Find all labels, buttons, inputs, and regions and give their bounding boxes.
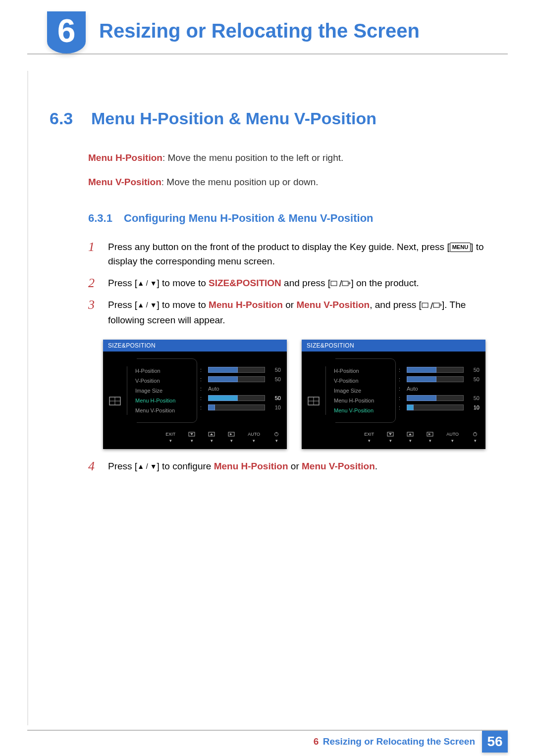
s3-or: or — [283, 300, 296, 310]
step-3-text: Press [▲ / ▼] to move to Menu H-Position… — [108, 298, 485, 327]
s2-post2: and press [ — [281, 278, 330, 288]
val-size: Auto — [208, 386, 265, 392]
svg-marker-10 — [210, 433, 213, 435]
svg-marker-8 — [190, 433, 193, 435]
s2-target: SIZE&POSITION — [209, 278, 281, 288]
s3-mid: ] to move to — [157, 300, 209, 310]
chapter-badge: 6 — [47, 11, 86, 53]
osd-item-mh: Menu H-Position — [127, 396, 197, 405]
osd-header: SIZE&POSITION — [103, 340, 287, 352]
s3-pre: Press [ — [108, 300, 137, 310]
enter-source-icon: / — [330, 276, 351, 291]
svg-marker-21 — [409, 433, 412, 435]
osd-category-icon — [109, 358, 124, 423]
s2-pre: Press [ — [108, 278, 137, 288]
osd-btn-up: ▾ — [208, 432, 215, 443]
osd-menu-list: H-Position V-Position Image Size Menu H-… — [127, 358, 197, 423]
term-h: Menu H-Position — [88, 152, 162, 163]
def-h-text: : Move the menu position to the left or … — [162, 152, 343, 163]
svg-marker-19 — [389, 433, 392, 435]
osd-btn-exit: EXIT▾ — [165, 432, 175, 443]
step-1-text: Press any button on the front of the pro… — [108, 240, 485, 269]
val-mh: 50 — [269, 395, 281, 401]
osd-screenshots: SIZE&POSITION H-Position V-Position Imag… — [103, 340, 485, 449]
val-size: Auto — [407, 386, 464, 392]
val-mv: 10 — [269, 404, 281, 410]
content-area: 6.3 Menu H-Position & Menu V-Position Me… — [0, 54, 535, 474]
osd-button-row: EXIT▾ ▾ ▾ ▾ AUTO▾ ▾ — [302, 427, 485, 445]
step-1: 1 Press any button on the front of the p… — [88, 240, 485, 269]
section-number: 6.3 — [50, 109, 79, 128]
step-4: 4 Press [▲ / ▼] to configure Menu H-Posi… — [88, 459, 485, 474]
definition-h: Menu H-Position: Move the menu position … — [88, 151, 485, 165]
subsection-title: Configuring Menu H-Position & Menu V-Pos… — [124, 212, 374, 225]
osd-btn-power: ▾ — [273, 432, 280, 443]
s4-target-h: Menu H-Position — [214, 461, 288, 471]
section-title: Menu H-Position & Menu V-Position — [91, 109, 376, 128]
s4-or: or — [288, 461, 302, 471]
osd-right: SIZE&POSITION H-Position V-Position Imag… — [302, 340, 485, 449]
step-4-text: Press [▲ / ▼] to configure Menu H-Positi… — [108, 459, 485, 473]
def-v-text: : Move the menu position up or down. — [161, 177, 319, 187]
s3-post2: , and press [ — [370, 300, 422, 310]
svg-rect-3 — [433, 303, 439, 307]
val-mh: 50 — [468, 395, 480, 401]
osd-item-h: H-Position — [326, 366, 395, 376]
osd-btn-power: ▾ — [472, 432, 479, 443]
svg-rect-2 — [422, 303, 428, 307]
s4-mid: ] to configure — [157, 461, 214, 471]
step-2: 2 Press [▲ / ▼] to move to SIZE&POSITION… — [88, 276, 485, 291]
osd-item-h: H-Position — [127, 366, 197, 376]
section-heading: 6.3 Menu H-Position & Menu V-Position — [50, 109, 485, 128]
osd-item-v: V-Position — [127, 376, 197, 386]
step-2-text: Press [▲ / ▼] to move to SIZE&POSITION a… — [108, 276, 485, 291]
val-v: 50 — [468, 376, 480, 382]
svg-marker-23 — [428, 433, 431, 435]
osd-item-size: Image Size — [127, 386, 197, 396]
osd-values: :50 :50 :Auto :50 :10 — [399, 358, 480, 423]
osd-btn-up: ▾ — [407, 432, 414, 443]
osd-btn-down: ▾ — [387, 432, 394, 443]
svg-rect-1 — [342, 281, 348, 286]
enter-source-icon: / — [422, 299, 442, 313]
s2-end: ] on the product. — [351, 278, 419, 288]
osd-item-mh: Menu H-Position — [326, 396, 395, 405]
osd-btn-down: ▾ — [188, 432, 195, 443]
osd-item-mv: Menu V-Position — [326, 405, 395, 415]
svg-rect-0 — [331, 281, 337, 286]
osd-item-mv: Menu V-Position — [127, 405, 197, 415]
step-2-num: 2 — [88, 276, 97, 291]
footer: 6 Resizing or Relocating the Screen 56 — [27, 730, 508, 753]
osd-item-size: Image Size — [326, 386, 395, 396]
osd-button-row: EXIT▾ ▾ ▾ ▾ AUTO▾ ▾ — [103, 427, 287, 445]
s2-mid: ] to move to — [157, 278, 209, 288]
osd-btn-right: ▾ — [427, 432, 433, 443]
osd-btn-exit: EXIT▾ — [364, 432, 374, 443]
osd-btn-right: ▾ — [228, 432, 235, 443]
page: 6 Resizing or Relocating the Screen 6.3 … — [0, 14, 535, 756]
step-1-num: 1 — [88, 240, 97, 254]
definition-v: Menu V-Position: Move the menu position … — [88, 175, 485, 189]
s3-target-h: Menu H-Position — [209, 300, 283, 310]
osd-category-icon — [308, 358, 322, 423]
s4-end: . — [375, 461, 377, 471]
osd-values: :50 :50 :Auto :50 :10 — [200, 358, 281, 423]
subsection-heading: 6.3.1 Configuring Menu H-Position & Menu… — [88, 212, 485, 225]
term-v: Menu V-Position — [88, 177, 161, 187]
menu-key: MENU — [450, 243, 471, 252]
footer-page-number: 56 — [482, 731, 508, 753]
osd-header: SIZE&POSITION — [302, 340, 485, 352]
val-mv: 10 — [468, 404, 480, 410]
val-h: 50 — [468, 367, 480, 373]
val-v: 50 — [269, 376, 281, 382]
up-down-icon: ▲ / ▼ — [137, 279, 157, 287]
chapter-title: Resizing or Relocating the Screen — [99, 20, 420, 42]
osd-body: H-Position V-Position Image Size Menu H-… — [103, 352, 287, 427]
osd-left: SIZE&POSITION H-Position V-Position Imag… — [103, 340, 287, 449]
osd-menu-list: H-Position V-Position Image Size Menu H-… — [325, 358, 396, 423]
step-3: 3 Press [▲ / ▼] to move to Menu H-Positi… — [88, 298, 485, 327]
footer-chapter-title: Resizing or Relocating the Screen — [323, 736, 475, 747]
footer-chapter-number: 6 — [314, 736, 319, 747]
s1-pre: Press any button on the front of the pro… — [108, 242, 450, 252]
val-h: 50 — [269, 367, 281, 373]
